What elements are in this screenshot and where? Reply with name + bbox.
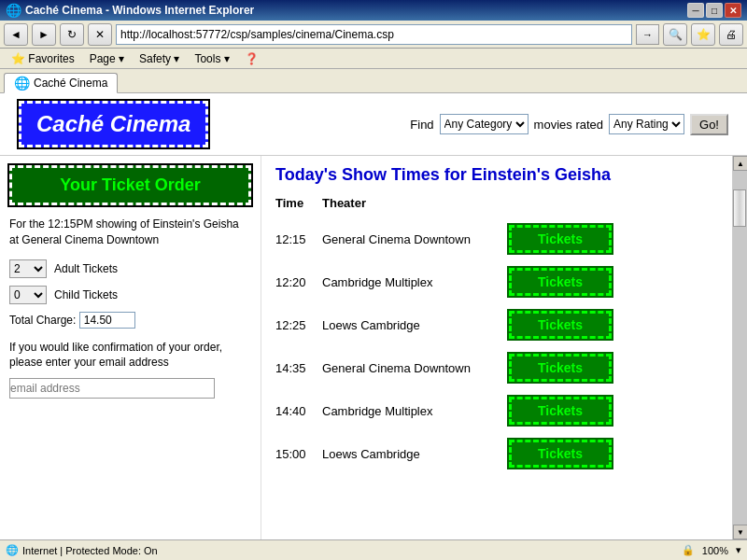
search-button[interactable]: 🔍 — [663, 23, 687, 46]
status-right: 🔒 100% ▾ — [682, 544, 741, 556]
close-button[interactable]: ✕ — [725, 3, 741, 18]
forward-button[interactable]: ► — [32, 23, 56, 46]
tools-menu[interactable]: Tools ▾ — [187, 50, 236, 67]
rating-select[interactable]: Any Rating — [609, 114, 684, 134]
tickets-cell: Tickets — [509, 389, 718, 432]
cinema-logo: Caché Cinema — [19, 101, 208, 147]
stop-button[interactable]: ✕ — [88, 23, 112, 46]
showtime-row: 12:25 Loews Cambridge Tickets — [275, 303, 718, 346]
child-ticket-select[interactable]: 0 1234 — [9, 286, 47, 304]
tickets-cell: Tickets — [509, 260, 718, 303]
tickets-button-3[interactable]: Tickets — [509, 354, 612, 382]
help-menu[interactable]: ❓ — [237, 50, 266, 67]
tickets-button-1[interactable]: Tickets — [509, 268, 612, 296]
status-icon: 🌐 — [6, 544, 19, 556]
tabs-bar: 🌐 Caché Cinema — [0, 69, 747, 93]
rated-label: movies rated — [534, 118, 603, 132]
tickets-button-0[interactable]: Tickets — [509, 225, 612, 253]
maximize-button[interactable]: □ — [706, 3, 723, 18]
print-button[interactable]: 🖨 — [719, 23, 743, 46]
child-ticket-label: Child Tickets — [54, 288, 118, 301]
theater-column-header: Theater — [322, 194, 509, 217]
total-row: Total Charge: — [9, 312, 251, 329]
tickets-cell: Tickets — [509, 432, 718, 475]
app-header: Caché Cinema Find Any Category movies ra… — [0, 93, 747, 156]
show-title: Today's Show Times for Einstein's Geisha — [275, 165, 718, 185]
ticket-order-banner: Your Ticket Order — [9, 165, 251, 205]
adult-ticket-select[interactable]: 2 0134 — [9, 259, 47, 278]
tickets-cell: Tickets — [509, 303, 718, 346]
find-label: Find — [410, 118, 433, 132]
tab-ie-icon: 🌐 — [14, 76, 30, 91]
window-title: Caché Cinema - Windows Internet Explorer — [25, 4, 687, 17]
show-theater: General Cinema Downtown — [322, 217, 509, 260]
show-time: 14:35 — [275, 346, 322, 389]
main-scrollbar[interactable]: ▲ ▼ — [732, 156, 747, 539]
tickets-button-4[interactable]: Tickets — [509, 397, 612, 425]
category-select[interactable]: Any Category — [440, 114, 529, 134]
favorites-menu[interactable]: ⭐ Favorites — [4, 50, 82, 67]
showtime-row: 14:35 General Cinema Downtown Tickets — [275, 346, 718, 389]
child-ticket-row: 0 1234 Child Tickets — [9, 286, 251, 304]
total-label: Total Charge: — [9, 314, 76, 327]
tickets-cell: Tickets — [509, 346, 718, 389]
active-tab[interactable]: 🌐 Caché Cinema — [4, 73, 118, 93]
ie-icon: 🌐 — [6, 3, 21, 18]
email-prompt: If you would like confirmation of your o… — [9, 340, 251, 371]
window-controls: ─ □ ✕ — [687, 3, 741, 18]
main-scroll-track — [733, 171, 747, 525]
back-button[interactable]: ◄ — [4, 23, 28, 46]
address-bar[interactable] — [116, 24, 632, 45]
address-go-button[interactable]: → — [636, 24, 659, 45]
showtime-row: 12:20 Cambridge Multiplex Tickets — [275, 260, 718, 303]
go-search-button[interactable]: Go! — [690, 114, 728, 135]
main-content: Today's Show Times for Einstein's Geisha… — [261, 156, 732, 539]
showtime-row: 12:15 General Cinema Downtown Tickets — [275, 217, 718, 260]
email-input[interactable] — [9, 378, 215, 399]
page-body: Caché Cinema Find Any Category movies ra… — [0, 93, 747, 539]
zoom-level: 100% — [702, 545, 728, 556]
show-theater: Cambridge Multiplex — [322, 389, 509, 432]
sidebar: Your Ticket Order For the 12:15PM showin… — [0, 156, 261, 539]
show-time: 14:40 — [275, 389, 322, 432]
page-menu[interactable]: Page ▾ — [82, 50, 132, 67]
minimize-button[interactable]: ─ — [687, 3, 704, 18]
showtimes-table: Time Theater 12:15 General Cinema Downto… — [275, 194, 718, 475]
show-theater: General Cinema Downtown — [322, 346, 509, 389]
show-theater: Cambridge Multiplex — [322, 260, 509, 303]
show-theater: Loews Cambridge — [322, 432, 509, 475]
refresh-button[interactable]: ↻ — [60, 23, 84, 46]
main-scroll-thumb[interactable] — [733, 189, 746, 227]
safety-menu[interactable]: Safety ▾ — [132, 50, 187, 67]
status-bar: 🌐 Internet | Protected Mode: On 🔒 100% ▾ — [0, 539, 747, 560]
page-layout: Your Ticket Order For the 12:15PM showin… — [0, 156, 747, 539]
tickets-button-5[interactable]: Tickets — [509, 440, 612, 468]
tickets-column-header — [509, 194, 718, 217]
menu-bar: ⭐ Favorites Page ▾ Safety ▾ Tools ▾ ❓ — [0, 49, 747, 69]
main-scroll-down[interactable]: ▼ — [733, 525, 747, 539]
order-info: For the 12:15PM showing of Einstein's Ge… — [9, 217, 251, 248]
show-time: 12:25 — [275, 303, 322, 346]
tickets-cell: Tickets — [509, 217, 718, 260]
showtime-row: 14:40 Cambridge Multiplex Tickets — [275, 389, 718, 432]
security-icon: 🔒 — [682, 544, 695, 556]
adult-ticket-label: Adult Tickets — [54, 262, 118, 275]
zoom-icon: ▾ — [736, 544, 741, 556]
tickets-button-2[interactable]: Tickets — [509, 311, 612, 339]
show-time: 15:00 — [275, 432, 322, 475]
showtime-row: 15:00 Loews Cambridge Tickets — [275, 432, 718, 475]
show-time: 12:15 — [275, 217, 322, 260]
status-text: Internet | Protected Mode: On — [22, 545, 158, 556]
window-title-bar: 🌐 Caché Cinema - Windows Internet Explor… — [0, 0, 747, 21]
total-charge-input[interactable] — [79, 312, 135, 329]
tab-label: Caché Cinema — [34, 77, 107, 90]
navigation-toolbar: ◄ ► ↻ ✕ → 🔍 ⭐ 🖨 — [0, 21, 747, 49]
status-left: 🌐 Internet | Protected Mode: On — [6, 544, 682, 556]
find-bar: Find Any Category movies rated Any Ratin… — [410, 114, 728, 135]
favorites-star[interactable]: ⭐ — [691, 23, 715, 46]
adult-ticket-row: 2 0134 Adult Tickets — [9, 259, 251, 278]
show-time: 12:20 — [275, 260, 322, 303]
time-column-header: Time — [275, 194, 322, 217]
show-theater: Loews Cambridge — [322, 303, 509, 346]
main-scroll-up[interactable]: ▲ — [733, 156, 747, 171]
